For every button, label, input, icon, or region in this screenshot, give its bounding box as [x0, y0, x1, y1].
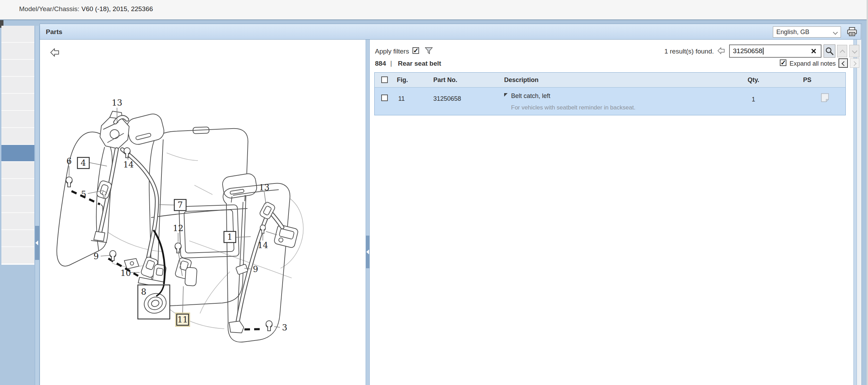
- diagram-callout-label[interactable]: 4: [81, 158, 86, 168]
- col-header-description: Description: [504, 76, 539, 84]
- chevron-down-icon: [852, 48, 858, 54]
- col-header-qty: Qty.: [722, 76, 785, 84]
- diagram-callout-label: 3: [282, 323, 287, 333]
- diagram-callout-label: 14: [258, 240, 268, 250]
- ps-note-button[interactable]: [820, 92, 830, 103]
- page-next-button[interactable]: [850, 58, 859, 68]
- sidebar-item-selected[interactable]: [1, 145, 34, 161]
- apply-filters-label: Apply filters: [375, 48, 409, 55]
- language-select-value: English, GB: [776, 28, 809, 35]
- row-note: For vehicles with seatbelt reminder in b…: [511, 104, 635, 111]
- sidebar-item[interactable]: [1, 43, 34, 59]
- note-page-icon: [820, 92, 830, 103]
- magnifier-icon: [824, 46, 835, 57]
- diagram-callout-label[interactable]: 1: [227, 232, 232, 242]
- section-separator: |: [390, 59, 392, 67]
- results-count: 1 result(s) found.: [642, 48, 714, 55]
- diagram-callout-label[interactable]: 7: [177, 200, 183, 210]
- collapsed-panel-strip: [857, 40, 861, 385]
- col-header-fig: Fig.: [397, 76, 408, 84]
- diagram-callout-label: 13: [259, 183, 270, 192]
- diagram-callout-label: 5: [81, 189, 86, 199]
- expand-all-notes-checkbox[interactable]: [780, 59, 786, 66]
- sidebar-item[interactable]: [1, 247, 34, 263]
- search-back-button[interactable]: [717, 46, 727, 56]
- funnel-icon: [424, 46, 433, 56]
- collapse-left-icon: [366, 249, 369, 254]
- sidebar-item[interactable]: [1, 60, 34, 76]
- diagram-callout-label: 8: [141, 287, 146, 297]
- diagram-callout-label: 12: [173, 223, 184, 233]
- diagram-callout-label: 14: [123, 160, 134, 170]
- text-cursor: [763, 48, 763, 55]
- chevron-down-icon: [833, 30, 838, 35]
- language-select[interactable]: English, GB: [773, 26, 841, 38]
- sidebar-item[interactable]: [1, 179, 34, 195]
- clear-search-button x-icon[interactable]: [811, 48, 816, 54]
- diagram-callout-label: 10: [120, 268, 131, 278]
- sidebar-item[interactable]: [1, 213, 34, 229]
- desktop-edge: [867, 0, 868, 385]
- collapse-left-icon: [35, 240, 38, 245]
- results-right-border: [853, 40, 857, 385]
- diagram-callout-label: 6: [66, 156, 72, 166]
- row-qty: 1: [722, 96, 785, 103]
- diagram-callout-label: 9: [93, 252, 99, 261]
- back-arrow-icon: [717, 46, 727, 56]
- model-year-chassis-text: Model/Year/Chassis:V60 (-18), 2015, 2253…: [19, 5, 153, 13]
- sidebar-item[interactable]: [1, 162, 34, 178]
- row-description: Belt catch, left: [511, 92, 550, 100]
- page-previous-button[interactable]: [838, 58, 848, 68]
- parts-diagram: 13641457121311499108113: [40, 40, 366, 384]
- note-collapse-triangle-icon[interactable]: [504, 93, 508, 97]
- diagram-callout-label[interactable]: 11: [177, 315, 188, 325]
- sidebar-item[interactable]: [1, 196, 34, 212]
- sidebar-item[interactable]: [1, 230, 34, 246]
- next-result-button[interactable]: [849, 45, 859, 57]
- section-code: 884: [375, 60, 386, 67]
- row-checkbox[interactable]: [381, 95, 388, 101]
- model-year-chassis-value: V60 (-18), 2015, 225366: [82, 5, 153, 13]
- col-header-ps: PS: [778, 76, 837, 84]
- print-button[interactable]: [846, 26, 858, 38]
- section-title: Rear seat belt: [398, 60, 441, 67]
- filter-button[interactable]: [424, 46, 433, 56]
- search-button[interactable]: [824, 44, 835, 58]
- col-header-part-no: Part No.: [433, 76, 457, 84]
- diagram-callout-label: 9: [253, 264, 258, 274]
- model-year-chassis-label: Model/Year/Chassis:: [19, 5, 80, 13]
- row-part-no: 31250658: [433, 95, 461, 103]
- expand-all-notes-label: Expand all notes: [790, 60, 836, 67]
- select-all-checkbox[interactable]: [381, 76, 388, 83]
- diagram-splitter[interactable]: [366, 40, 370, 385]
- chevron-left-icon: [842, 61, 846, 66]
- apply-filters-checkbox[interactable]: [412, 47, 419, 54]
- parts-panel-title: Parts: [46, 28, 62, 36]
- chevron-up-icon: [840, 50, 845, 55]
- sidebar-item[interactable]: [1, 26, 34, 42]
- splitter-handle[interactable]: [366, 236, 369, 268]
- row-fig: 11: [398, 95, 405, 103]
- printer-icon: [846, 26, 858, 38]
- part-search-input[interactable]: 31250658: [729, 44, 821, 58]
- sidebar-splitter[interactable]: [35, 26, 40, 385]
- chevron-right-icon: [852, 61, 857, 66]
- diagram-callout-label: 13: [112, 98, 123, 108]
- sidebar-item[interactable]: [1, 94, 34, 110]
- sidebar-item[interactable]: [1, 77, 34, 93]
- parts-panel-header: [40, 24, 861, 40]
- sidebar-item[interactable]: [1, 128, 34, 144]
- search-input-value: 31250658: [733, 47, 762, 55]
- splitter-handle[interactable]: [35, 226, 39, 260]
- sidebar-item[interactable]: [1, 111, 34, 127]
- previous-result-button[interactable]: [837, 45, 847, 57]
